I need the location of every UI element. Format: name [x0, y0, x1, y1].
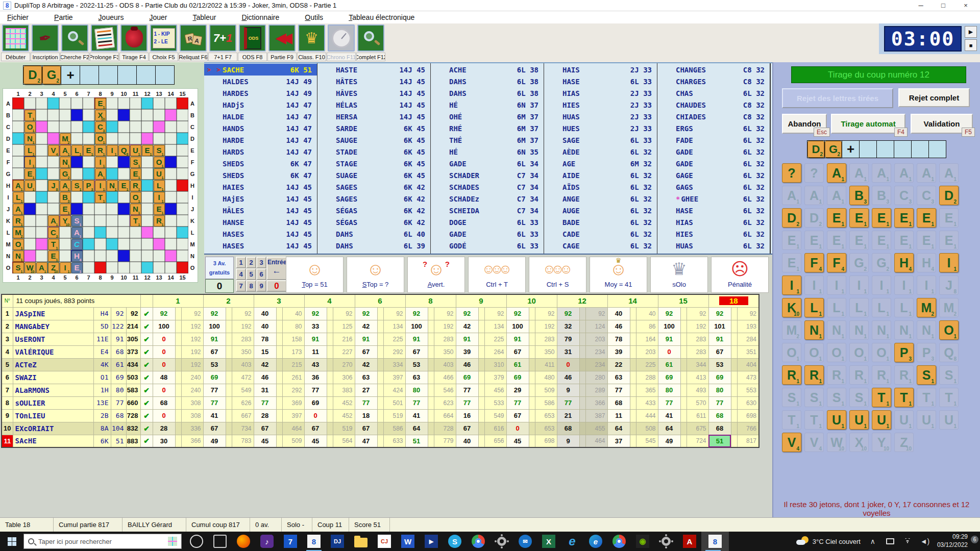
word-row[interactable]: HIES 6L 32: [657, 228, 770, 240]
board-square[interactable]: E1: [83, 144, 94, 156]
bag-tile[interactable]: B3: [872, 186, 891, 205]
word-row[interactable]: HÉ 6N 35: [431, 146, 544, 158]
bag-tile[interactable]: S1: [804, 388, 824, 407]
board-square[interactable]: E1: [71, 262, 83, 273]
word-row[interactable]: ACHE 6L 38: [431, 64, 544, 76]
board-square[interactable]: [83, 238, 94, 250]
player-name[interactable]: EXcORIAIT: [13, 422, 93, 435]
bag-tile[interactable]: T1: [804, 410, 824, 430]
bag-tile[interactable]: T1: [939, 388, 959, 407]
word-row[interactable]: HÂVES14J 45: [317, 87, 430, 99]
word-row[interactable]: CHIADES C8 32: [657, 111, 770, 122]
board-square[interactable]: [36, 215, 47, 227]
board-square[interactable]: [83, 156, 94, 168]
board-square[interactable]: [106, 203, 118, 215]
word-row[interactable]: CHARGES C8 32: [657, 76, 770, 87]
score-cell[interactable]: 68: [708, 422, 731, 435]
word-row[interactable]: HÉ 6N 37: [431, 99, 544, 111]
taskbar-icon-thunderbird[interactable]: ✉: [513, 532, 537, 551]
board-square[interactable]: I1: [106, 144, 118, 156]
score-cell[interactable]: 67: [506, 409, 529, 422]
score-cell[interactable]: 67: [203, 422, 226, 435]
board-square[interactable]: [59, 121, 71, 133]
bag-tile[interactable]: S1: [782, 388, 801, 407]
board-square[interactable]: T1: [47, 238, 59, 250]
rack-cell[interactable]: [117, 65, 137, 85]
bag-tile[interactable]: O1: [804, 343, 824, 362]
taskbar-icon-app-8-active[interactable]: 8: [701, 532, 729, 551]
bag-tile[interactable]: A1: [872, 163, 891, 183]
rack-cell[interactable]: G2: [824, 140, 842, 158]
bag-tile[interactable]: N1: [827, 320, 846, 340]
bag-tile[interactable]: U1: [827, 410, 846, 430]
score-cell[interactable]: 9: [557, 384, 579, 396]
board-square[interactable]: [36, 250, 47, 262]
score-cell[interactable]: 77: [557, 396, 579, 409]
rack-cell[interactable]: [99, 65, 118, 85]
board-square[interactable]: [94, 238, 106, 250]
score-cell[interactable]: 68: [557, 422, 579, 435]
board-square[interactable]: [118, 109, 130, 121]
board-square[interactable]: [177, 262, 188, 273]
word-row[interactable]: HUAS 6L 32: [657, 240, 770, 252]
bag-tile[interactable]: O1: [939, 320, 959, 340]
word-row[interactable]: HÉLAS14J 45: [317, 99, 430, 111]
board-square[interactable]: [165, 97, 177, 109]
start-button[interactable]: [0, 532, 23, 551]
word-row[interactable]: HALDES14J 49: [204, 76, 317, 87]
board-square[interactable]: P3: [83, 180, 94, 191]
board-square[interactable]: [36, 168, 47, 180]
score-cell[interactable]: 80: [405, 384, 428, 396]
bag-tile[interactable]: A1: [849, 163, 869, 183]
board-square[interactable]: [141, 180, 153, 191]
board-square[interactable]: [36, 180, 47, 191]
bag-tile[interactable]: V4: [782, 433, 801, 452]
keypad-button[interactable]: 6: [256, 268, 266, 280]
score-cell[interactable]: 92: [456, 307, 478, 320]
board-square[interactable]: [141, 262, 153, 273]
board-square[interactable]: N1: [106, 180, 118, 191]
bag-tile[interactable]: O1: [872, 343, 891, 362]
board-square[interactable]: L1: [153, 180, 165, 191]
board-square[interactable]: [118, 203, 130, 215]
toolbar-item-tirage-f4[interactable]: Tirage F4: [119, 24, 149, 61]
score-cell[interactable]: 77: [708, 396, 731, 409]
board-square[interactable]: [12, 109, 24, 121]
bag-tile[interactable]: E1: [894, 231, 914, 250]
board-square[interactable]: C: [71, 238, 83, 250]
menu-item-joueurs[interactable]: Joueurs: [91, 12, 131, 22]
bag-tile[interactable]: H4: [894, 253, 914, 272]
clock-widget[interactable]: 09:29 03/12/2022: [937, 533, 968, 549]
bag-tile[interactable]: E1: [939, 208, 959, 228]
score-cell[interactable]: 40: [254, 307, 276, 320]
board-square[interactable]: [71, 121, 83, 133]
control-cell-top-51[interactable]: ☺Top = 51: [286, 257, 344, 293]
bag-tile[interactable]: C3: [894, 186, 914, 205]
taskbar-icon-skype[interactable]: S: [443, 532, 467, 551]
bag-tile[interactable]: R1: [849, 365, 869, 385]
control-cell-p-nalit-[interactable]: ☹Pénalité: [711, 257, 769, 293]
bag-tile[interactable]: E1: [782, 253, 801, 272]
taskbar-icon-internet-explorer[interactable]: e: [560, 532, 584, 551]
word-row[interactable]: STAGE 6K 45: [317, 158, 430, 169]
score-cell[interactable]: 28: [254, 409, 276, 422]
player-name[interactable]: ALaRMONS: [13, 384, 93, 396]
board-square[interactable]: N1: [12, 250, 24, 262]
bag-tile[interactable]: I1: [939, 253, 959, 272]
bag-tile[interactable]: S1: [939, 365, 959, 385]
score-cell[interactable]: 43: [304, 358, 327, 371]
board-square[interactable]: N1: [130, 203, 141, 215]
score-cell[interactable]: 67: [708, 345, 731, 358]
player-name[interactable]: UsERONT: [13, 333, 93, 345]
board-square[interactable]: A1: [47, 215, 59, 227]
bag-tile[interactable]: P3: [894, 343, 914, 362]
bag-tile[interactable]: Y10: [872, 433, 891, 452]
bag-tile[interactable]: U1: [849, 410, 869, 430]
bag-tile[interactable]: T1: [872, 388, 891, 407]
word-row[interactable]: AUGE 6L 32: [544, 205, 657, 216]
score-cell[interactable]: 45: [304, 435, 327, 447]
player-name[interactable]: ACTeZ: [13, 358, 93, 371]
board-square[interactable]: [83, 168, 94, 180]
bag-tile[interactable]: I1: [827, 276, 846, 295]
word-row[interactable]: ANGE 6L 32: [544, 193, 657, 205]
